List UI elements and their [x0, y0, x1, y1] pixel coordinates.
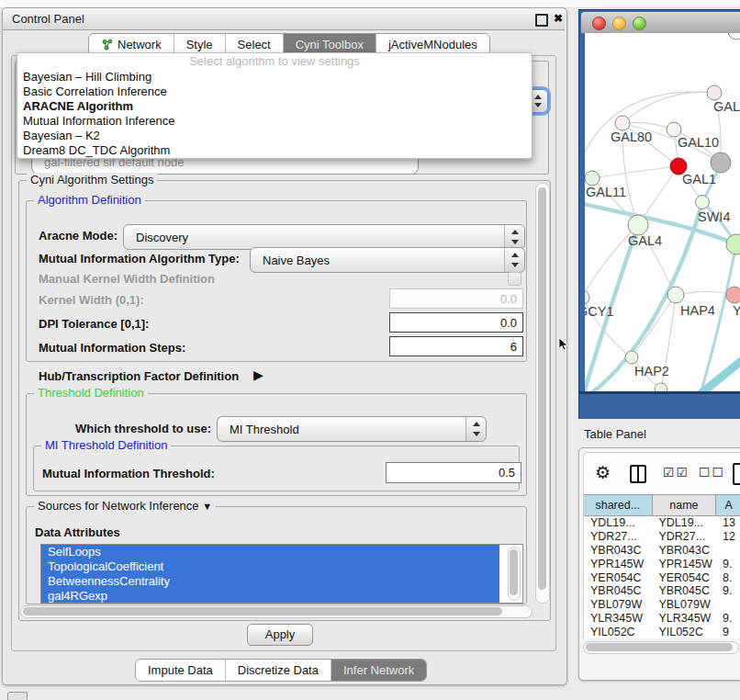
node-gal4[interactable]	[628, 215, 648, 235]
cell: YBR043C	[652, 544, 716, 558]
list-item-topologicalcoefficient[interactable]: TopologicalCoefficient	[41, 559, 499, 574]
data-attributes-list[interactable]: SelfLoops TopologicalCoefficient Between…	[40, 544, 523, 604]
table-row[interactable]: YBR045CYBR045C9.	[584, 584, 740, 598]
node-gcy1[interactable]	[585, 290, 589, 305]
node-label-gcy1: GCY1	[585, 304, 614, 319]
sources-title-wrap: Sources for Network Inference ▼	[34, 499, 216, 513]
dpi-tolerance-input[interactable]: 0.0	[389, 312, 523, 333]
aracne-mode-value: Discovery	[136, 225, 188, 249]
minimize-traffic-light[interactable]	[612, 17, 626, 30]
cell	[716, 598, 740, 612]
table-row[interactable]: YPR145WYPR145W9.	[584, 558, 740, 571]
columns-icon[interactable]	[630, 465, 646, 483]
list-item-selfloops[interactable]: SelfLoops	[41, 545, 499, 559]
table-row[interactable]: YER054CYER054C8.	[584, 571, 740, 585]
minimized-panel-icon[interactable]	[7, 692, 28, 700]
hub-expand-icon[interactable]: ▶	[253, 367, 263, 382]
table-row[interactable]: YDR27...YDR27...12	[584, 530, 740, 544]
network-window-titlebar[interactable]	[581, 12, 740, 34]
mi-threshold-input[interactable]: 0.5	[386, 462, 521, 483]
node-swi4[interactable]	[696, 196, 710, 209]
node-gal-partial[interactable]	[707, 85, 722, 100]
node-label-hap4: HAP4	[680, 303, 715, 318]
list-item-gal4rgexp[interactable]: gal4RGexp	[41, 589, 499, 604]
algorithm-dropdown-list: Select algorithm to view settings Bayesi…	[17, 52, 533, 159]
aracne-mode-stepper[interactable]	[504, 225, 524, 249]
close-traffic-light[interactable]	[592, 17, 606, 30]
which-threshold-stepper[interactable]	[465, 417, 486, 441]
zoom-traffic-light[interactable]	[633, 17, 646, 30]
node-salmon[interactable]	[726, 287, 740, 303]
network-window-frame-edge	[579, 391, 740, 394]
table-row[interactable]: YDL19...YDL19...13	[584, 516, 740, 530]
select-all-checkboxes-icon[interactable]: ☑☑	[663, 465, 690, 480]
dropdown-item-dream8[interactable]: Dream8 DC_TDC Algorithm	[17, 143, 532, 158]
tab-impute-data[interactable]: Impute Data	[136, 660, 225, 681]
cell: YBR045C	[584, 584, 652, 598]
settings-horizontal-scrollbar[interactable]	[20, 605, 533, 618]
tab-infer-network[interactable]: Infer Network	[331, 660, 426, 681]
deselect-all-checkboxes-icon[interactable]: ☐☐	[699, 465, 725, 480]
node-label-hap2: HAP2	[634, 364, 669, 378]
tab-discretize-data-label: Discretize Data	[238, 660, 319, 681]
table-row[interactable]: YBR043CYBR043C	[584, 544, 740, 558]
node-bottom-green[interactable]	[655, 383, 667, 391]
dropdown-item-basic-correlation[interactable]: Basic Correlation Inference	[17, 85, 532, 99]
apply-button[interactable]: Apply	[247, 624, 313, 646]
table-horizontal-scrollbar[interactable]	[583, 641, 739, 654]
gear-icon[interactable]: ⚙	[595, 462, 611, 483]
column-header-name[interactable]: name	[653, 495, 717, 515]
cell: YDR27...	[584, 530, 652, 544]
node-hap4[interactable]	[667, 287, 684, 303]
cell: 9	[716, 626, 740, 638]
tab-discretize-data[interactable]: Discretize Data	[225, 660, 331, 681]
dropdown-item-mutual-information[interactable]: Mutual Information Inference	[17, 114, 532, 129]
export-table-icon[interactable]	[733, 463, 740, 485]
mi-type-label: Mutual Information Algorithm Type:	[39, 252, 240, 265]
table-row[interactable]: YLR345WYLR345W9.	[584, 612, 740, 626]
table-toolbar: ⚙ ☑☑ ☐☐	[583, 452, 740, 495]
node-hap2[interactable]	[625, 351, 638, 364]
node-gray[interactable]	[711, 152, 731, 173]
cell: 9.	[716, 612, 740, 626]
float-window-icon[interactable]	[535, 14, 548, 27]
settings-vertical-scrollbar[interactable]	[535, 183, 550, 604]
sources-collapse-icon[interactable]: ▼	[202, 501, 212, 512]
kernel-width-input[interactable]: 0.0	[389, 288, 523, 309]
node-gal80[interactable]	[615, 116, 630, 130]
cell: YBL079W	[584, 598, 652, 612]
cell: YDR27...	[652, 530, 716, 544]
manual-kernel-checkbox[interactable]	[508, 272, 521, 286]
cyni-bottom-tabs: Impute Data Discretize Data Infer Networ…	[135, 659, 427, 682]
network-canvas[interactable]: GAL GAL80 GAL10 GAL1 GAL11 SWI4 GAL4 GCY…	[585, 33, 740, 391]
control-panel-titlebar[interactable]: Control Panel ✖	[3, 8, 565, 30]
attribute-list-scrollbar[interactable]	[508, 547, 521, 601]
list-item-betweennesscentrality[interactable]: BetweennessCentrality	[41, 574, 499, 589]
node-gal11[interactable]	[585, 171, 600, 186]
aracne-mode-combo[interactable]: Discovery	[123, 224, 525, 250]
column-header-partial[interactable]: A	[716, 495, 740, 515]
screen: Control Panel ✖ Network Style Select Cyn…	[0, 0, 740, 700]
which-threshold-combo[interactable]: MI Threshold	[217, 416, 487, 442]
dropdown-item-bayesian-hill-climbing[interactable]: Bayesian – Hill Climbing	[17, 70, 532, 85]
cell: YLR345W	[652, 612, 716, 626]
mi-steps-input[interactable]: 6	[389, 336, 523, 356]
table-row[interactable]: YIL052CYIL052C9	[584, 626, 740, 638]
column-header-shared-name[interactable]: shared...	[584, 495, 653, 515]
cell: YBL079W	[652, 598, 716, 612]
table-row[interactable]: YBL079WYBL079W	[584, 598, 740, 612]
threshold-definition-title: Threshold Definition	[34, 386, 148, 400]
node-unlabeled-top[interactable]	[728, 33, 740, 40]
edge-gal80-pink	[622, 92, 714, 123]
tab-impute-data-label: Impute Data	[148, 660, 213, 681]
dropdown-item-bayesian-k2[interactable]: Bayesian – K2	[17, 129, 532, 143]
node-green-right[interactable]	[726, 234, 740, 254]
mi-type-stepper[interactable]	[504, 248, 524, 272]
node-table: shared... name A YDL19...YDL19...13 YDR2…	[583, 494, 740, 638]
dropdown-item-aracne[interactable]: ARACNE Algorithm	[17, 99, 532, 114]
close-window-icon[interactable]: ✖	[551, 8, 566, 29]
cell: 9.	[716, 558, 740, 571]
edge-gal1-gal4	[638, 166, 678, 225]
edge-teal-thick-diagonal	[697, 358, 740, 391]
mi-type-combo[interactable]: Naive Bayes	[250, 247, 525, 273]
